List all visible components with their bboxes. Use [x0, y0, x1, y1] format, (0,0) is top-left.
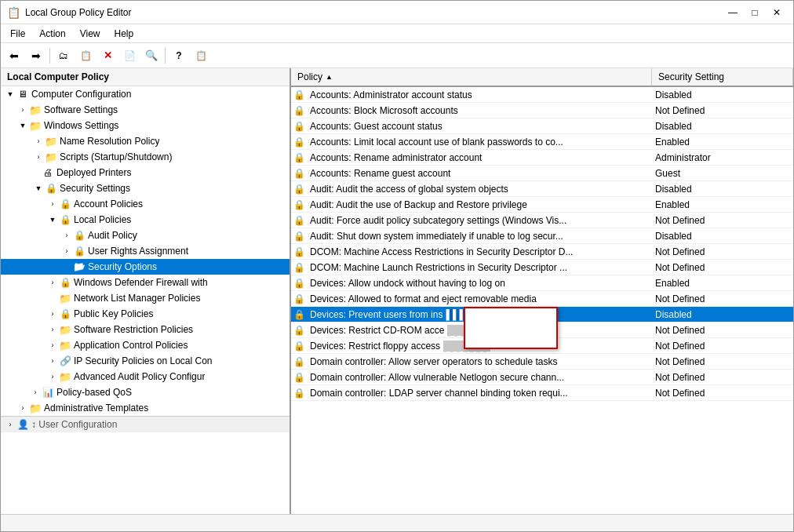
tree-node-user-config[interactable]: › 👤 ↕ User Configuration: [1, 416, 290, 432]
menu-help[interactable]: Help: [108, 27, 140, 41]
new-window-button[interactable]: 📋: [75, 46, 96, 66]
expand-computer-config[interactable]: ▼: [4, 88, 16, 100]
expand-windows-settings[interactable]: ▼: [16, 119, 29, 132]
policy-cell-17: Domain controller: Allow server operator…: [307, 354, 652, 369]
expand-software-restriction[interactable]: ›: [46, 323, 59, 336]
extra-button[interactable]: 📋: [191, 46, 211, 66]
list-row[interactable]: 🔒 Accounts: Administrator account status…: [291, 87, 793, 103]
tree-node-audit-policy[interactable]: › 🔒 Audit Policy: [1, 228, 290, 243]
list-row[interactable]: 🔒 Devices: Allow undock without having t…: [291, 275, 793, 291]
security-icon-user-rights: 🔒: [73, 245, 86, 257]
tree-node-windows-settings[interactable]: ▼ 📁 Windows Settings: [1, 118, 290, 133]
list-row[interactable]: 🔒 Accounts: Rename guest account Guest: [291, 166, 793, 181]
show-hide-console-button[interactable]: 🗂: [53, 46, 74, 66]
list-row[interactable]: 🔒 Domain controller: Allow server operat…: [291, 354, 793, 370]
menu-view[interactable]: View: [74, 27, 107, 41]
tree-node-user-rights[interactable]: › 🔒 User Rights Assignment: [1, 243, 290, 259]
col-header-policy[interactable]: Policy ▲: [291, 68, 652, 86]
tree-node-app-control[interactable]: › 📁 Application Control Policies: [1, 337, 290, 353]
expand-scripts[interactable]: ›: [32, 151, 45, 163]
tree-node-ip-security[interactable]: › 🔗 IP Security Policies on Local Con: [1, 353, 290, 369]
tree-node-windows-defender[interactable]: › 🔒 Windows Defender Firewall with: [1, 275, 290, 290]
folder-icon-scripts: 📁: [45, 151, 57, 163]
security-icon-defender: 🔒: [59, 276, 71, 289]
maximize-button[interactable]: □: [745, 5, 765, 20]
back-button[interactable]: ⬅: [4, 46, 24, 66]
policy-icon-13: 🔒: [291, 291, 307, 306]
list-row[interactable]: 🔒 Accounts: Guest account status Disable…: [291, 118, 793, 134]
tree-node-public-key[interactable]: › 🔒 Public Key Policies: [1, 306, 290, 322]
expand-network-list[interactable]: [46, 292, 59, 304]
windows-settings-label: Windows Settings: [44, 120, 118, 131]
list-row[interactable]: 🔒 Devices: Allowed to format and eject r…: [291, 291, 793, 307]
expand-admin-templates[interactable]: ›: [16, 402, 29, 414]
tree-node-security-options[interactable]: 📂 Security Options: [1, 259, 290, 275]
tree-node-admin-templates[interactable]: › 📁 Administrative Templates: [1, 400, 290, 416]
list-row[interactable]: 🔒 Audit: Audit the use of Backup and Res…: [291, 197, 793, 213]
minimize-button[interactable]: —: [723, 5, 743, 20]
list-row-selected[interactable]: 🔒 Devices: Prevent users from ins▌▌▌▌▌▌▌…: [291, 307, 793, 322]
tree-node-network-list[interactable]: 📁 Network List Manager Policies: [1, 290, 290, 306]
expand-security-options[interactable]: [60, 261, 73, 273]
list-row[interactable]: 🔒 Audit: Force audit policy subcategory …: [291, 213, 793, 228]
expand-account-policies[interactable]: ›: [46, 198, 59, 210]
expand-name-resolution[interactable]: ›: [32, 135, 45, 148]
list-header: Policy ▲ Security Setting: [291, 68, 793, 87]
setting-cell-18: Not Defined: [652, 370, 793, 384]
chart-icon: 📊: [42, 386, 54, 399]
list-row[interactable]: 🔒 Audit: Shut down system immediately if…: [291, 228, 793, 244]
expand-advanced-audit[interactable]: ›: [46, 370, 59, 383]
expand-ip-security[interactable]: ›: [46, 355, 59, 367]
help-button2[interactable]: 🔍: [141, 46, 162, 66]
expand-policy-qos[interactable]: ›: [29, 386, 42, 399]
list-row[interactable]: 🔒 Accounts: Rename administrator account…: [291, 150, 793, 166]
tree-header-label: Local Computer Policy: [7, 71, 109, 82]
tree-node-local-policies[interactable]: ▼ 🔒 Local Policies: [1, 212, 290, 228]
expand-user-config[interactable]: ›: [4, 418, 16, 431]
list-row[interactable]: 🔒 Domain controller: LDAP server channel…: [291, 385, 793, 401]
forward-button[interactable]: ➡: [26, 46, 46, 66]
list-row[interactable]: 🔒 Domain controller: Allow vulnerable Ne…: [291, 370, 793, 385]
expand-windows-defender[interactable]: ›: [46, 276, 59, 289]
delete-button[interactable]: ✕: [97, 46, 118, 66]
expand-user-rights[interactable]: ›: [60, 245, 73, 257]
expand-public-key[interactable]: ›: [46, 308, 59, 320]
expand-software-settings[interactable]: ›: [16, 104, 29, 116]
tree-node-advanced-audit[interactable]: › 📁 Advanced Audit Policy Configur: [1, 369, 290, 384]
expand-local-policies[interactable]: ▼: [46, 213, 59, 226]
folder-icon-restriction: 📁: [59, 323, 71, 336]
tree-node-scripts[interactable]: › 📁 Scripts (Startup/Shutdown): [1, 149, 290, 165]
expand-app-control[interactable]: ›: [46, 339, 59, 352]
expand-audit-policy[interactable]: ›: [60, 229, 73, 242]
tree-node-name-resolution[interactable]: › 📁 Name Resolution Policy: [1, 133, 290, 149]
public-key-label: Public Key Policies: [74, 308, 153, 319]
tree-node-security-settings[interactable]: ▼ 🔒 Security Settings: [1, 180, 290, 196]
toolbar: ⬅ ➡ 🗂 📋 ✕ 📄 🔍 ? 📋: [1, 43, 793, 68]
list-row[interactable]: 🔒 DCOM: Machine Access Restrictions in S…: [291, 244, 793, 260]
tree-node-software-restriction[interactable]: › 📁 Software Restriction Policies: [1, 322, 290, 337]
tree-node-software-settings[interactable]: › 📁 Software Settings: [1, 102, 290, 118]
menu-action[interactable]: Action: [33, 27, 71, 41]
tree-node-account-policies[interactable]: › 🔒 Account Policies: [1, 196, 290, 212]
col-header-setting[interactable]: Security Setting: [652, 68, 793, 86]
context-menu-item-help[interactable]: Help: [465, 328, 556, 348]
expand-deployed-printers[interactable]: [29, 166, 42, 179]
menu-file[interactable]: File: [4, 27, 31, 41]
account-policies-label: Account Policies: [74, 199, 143, 210]
help-button[interactable]: ?: [169, 46, 189, 66]
expand-security-settings[interactable]: ▼: [32, 182, 45, 195]
tree-node-policy-qos[interactable]: › 📊 Policy-based QoS: [1, 384, 290, 400]
list-row[interactable]: 🔒 DCOM: Machine Launch Restrictions in S…: [291, 260, 793, 275]
tree-node-deployed-printers[interactable]: 🖨 Deployed Printers: [1, 165, 290, 180]
list-row[interactable]: 🔒 Accounts: Limit local account use of b…: [291, 134, 793, 150]
policy-icon-0: 🔒: [291, 87, 307, 102]
folder-icon-name-res: 📁: [45, 135, 57, 148]
security-settings-label: Security Settings: [60, 183, 130, 194]
list-row[interactable]: 🔒 Accounts: Block Microsoft accounts Not…: [291, 103, 793, 118]
tree-node-computer-config[interactable]: ▼ 🖥 Computer Configuration: [1, 86, 290, 102]
list-row[interactable]: 🔒 Audit: Audit the access of global syst…: [291, 181, 793, 197]
setting-cell-11: Not Defined: [652, 260, 793, 275]
close-button[interactable]: ✕: [767, 5, 787, 20]
context-menu-item-properties[interactable]: Properties: [465, 308, 556, 328]
properties-button[interactable]: 📄: [119, 46, 140, 66]
